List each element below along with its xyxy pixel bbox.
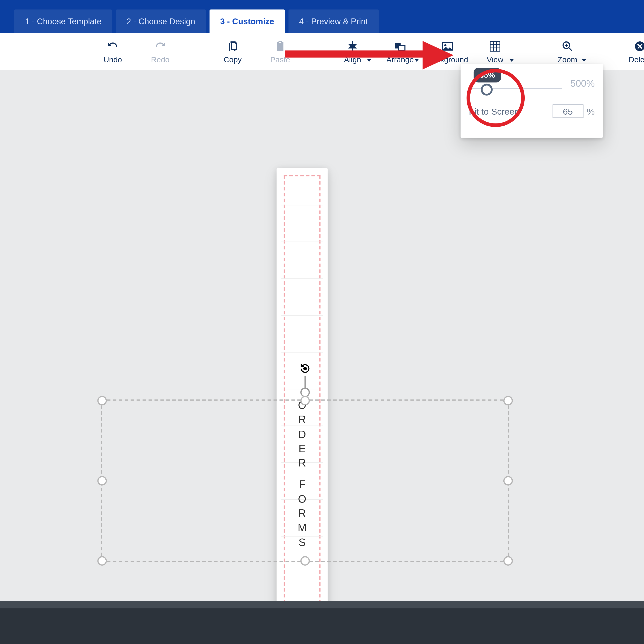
align-button[interactable]: Align [329, 37, 376, 66]
zoom-max-label: 500% [570, 78, 595, 89]
redo-label: Redo [151, 55, 170, 64]
zoom-value-bubble: 65% [474, 68, 501, 82]
arrange-label: Arrange [386, 55, 414, 64]
chevron-down-icon [509, 58, 514, 61]
zoom-input[interactable] [552, 105, 583, 118]
svg-point-0 [444, 44, 447, 46]
zoom-popover: 65% 500% Fit to Screen % [461, 64, 603, 138]
paste-label: Paste [270, 55, 290, 64]
zoom-slider[interactable]: 65% [469, 75, 562, 93]
align-icon [346, 39, 359, 53]
copy-icon [226, 39, 239, 53]
resize-handle-s[interactable] [300, 556, 310, 566]
wizard-tabs: 1 - Choose Template 2 - Choose Design 3 … [0, 0, 644, 33]
view-label: View [487, 55, 503, 64]
copy-label: Copy [224, 55, 242, 64]
zoom-percent-suffix: % [587, 106, 595, 116]
resize-handle-sw[interactable] [97, 556, 107, 566]
chevron-down-icon [367, 58, 372, 61]
view-button[interactable]: View [471, 37, 519, 66]
redo-button: Redo [137, 37, 184, 66]
rotate-icon [298, 361, 312, 376]
background-button[interactable]: Background [424, 37, 471, 66]
undo-button[interactable]: Undo [89, 37, 137, 66]
redo-icon [154, 39, 167, 53]
undo-label: Undo [103, 55, 122, 64]
zoom-label: Zoom [557, 55, 577, 64]
arrange-button[interactable]: Arrange [376, 37, 424, 66]
background-icon [441, 39, 454, 53]
arrange-icon [393, 39, 407, 53]
zoom-button[interactable]: Zoom [544, 37, 591, 66]
tab-customize[interactable]: 3 - Customize [210, 9, 285, 33]
rotation-anchor[interactable] [300, 388, 310, 397]
chevron-down-icon [414, 58, 419, 61]
design-canvas[interactable]: O R D E R F O R M S [0, 70, 644, 601]
resize-handle-nw[interactable] [97, 396, 107, 405]
grid-icon [489, 39, 502, 53]
textbox-selection[interactable] [101, 399, 509, 562]
zoom-in-icon [561, 39, 574, 53]
align-label: Align [344, 55, 361, 64]
paste-icon [274, 39, 287, 53]
svg-point-3 [304, 367, 307, 370]
tab-preview-print[interactable]: 4 - Preview & Print [289, 9, 379, 33]
resize-handle-ne[interactable] [503, 396, 513, 405]
resize-handle-se[interactable] [503, 556, 513, 566]
resize-handle-w[interactable] [97, 476, 107, 486]
resize-handle-e[interactable] [503, 476, 513, 486]
resize-handle-n[interactable] [300, 396, 310, 405]
delete-label: Delete [629, 55, 644, 64]
paste-button: Paste [256, 37, 304, 66]
delete-button[interactable]: Delete [616, 37, 644, 66]
footer-strip [0, 601, 644, 644]
copy-button[interactable]: Copy [209, 37, 256, 66]
fit-to-screen-button[interactable]: Fit to Screen [469, 106, 519, 116]
close-circle-icon [633, 39, 644, 53]
rotation-handle[interactable] [298, 361, 312, 397]
undo-icon [106, 39, 119, 53]
zoom-slider-thumb[interactable] [481, 84, 493, 96]
background-label: Background [427, 55, 468, 64]
chevron-down-icon [582, 58, 586, 61]
tab-choose-design[interactable]: 2 - Choose Design [116, 9, 206, 33]
tab-choose-template[interactable]: 1 - Choose Template [14, 9, 112, 33]
